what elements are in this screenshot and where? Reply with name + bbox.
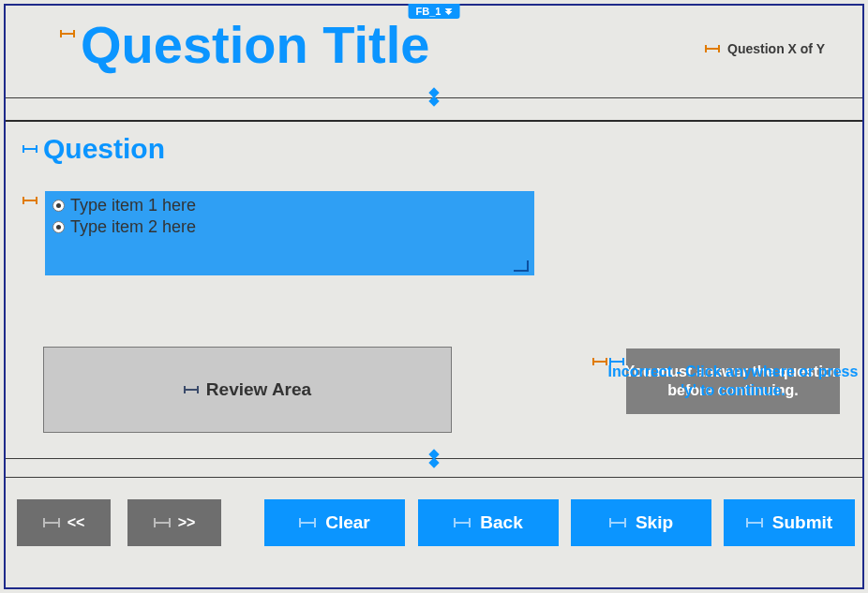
placeholder-icon [184,384,199,395]
answer-text: Type item 1 here [70,196,196,215]
placeholder-icon [22,143,37,155]
answer-item[interactable]: Type item 2 here [52,216,527,238]
chevron-down-icon [444,7,452,16]
answer-text: Type item 2 here [70,217,196,237]
radio-icon[interactable] [52,221,65,233]
resize-handle-icon[interactable] [514,260,529,272]
question-counter-placeholder[interactable]: Question X of Y [705,41,825,56]
next-label: >> [178,514,196,531]
answers-placeholder[interactable]: Type item 1 here Type item 2 here [22,191,534,275]
page-title: Question Title [81,19,429,71]
back-button[interactable]: Back [418,499,559,546]
skip-button[interactable]: Skip [571,499,711,546]
submit-label: Submit [772,512,832,533]
footer-bar: << >> Clear Back Skip Submit [6,471,862,587]
placeholder-icon [60,28,75,39]
radio-icon[interactable] [52,200,65,212]
feedback-text-stack: You must answer the question before cont… [598,354,868,408]
question-placeholder[interactable]: Question [22,133,165,165]
prev-label: << [67,514,85,531]
placeholder-icon [746,517,763,528]
slide-stage: FB_1 Question Title Question X of Y Ques… [4,4,864,589]
submit-button[interactable]: Submit [724,499,855,546]
placeholder-icon [454,517,471,528]
placeholder-icon [609,517,626,528]
row-resize-handle[interactable] [427,450,441,467]
feedback-front-text: Incorrect - Click anywhere or press 'y' … [598,354,868,408]
back-label: Back [480,512,522,533]
placeholder-icon [705,43,720,54]
row-resize-handle[interactable] [427,88,441,105]
placeholder-icon [22,195,37,206]
clear-button[interactable]: Clear [264,499,405,546]
review-area[interactable]: Review Area [43,347,452,433]
title-placeholder[interactable]: Question Title [60,19,429,71]
clear-label: Clear [325,512,370,533]
divider [6,120,862,122]
placeholder-icon [43,517,60,528]
feedback-caption[interactable]: You must answer the question before cont… [626,348,840,414]
question-counter: Question X of Y [727,41,825,56]
review-label: Review Area [206,379,311,400]
prev-button[interactable]: << [17,499,111,546]
answer-item[interactable]: Type item 1 here [52,195,527,216]
skip-label: Skip [636,512,673,533]
question-label: Question [43,133,165,165]
answers-box[interactable]: Type item 1 here Type item 2 here [45,191,534,275]
placeholder-icon [299,517,316,528]
placeholder-icon [154,517,171,528]
next-button[interactable]: >> [127,499,221,546]
